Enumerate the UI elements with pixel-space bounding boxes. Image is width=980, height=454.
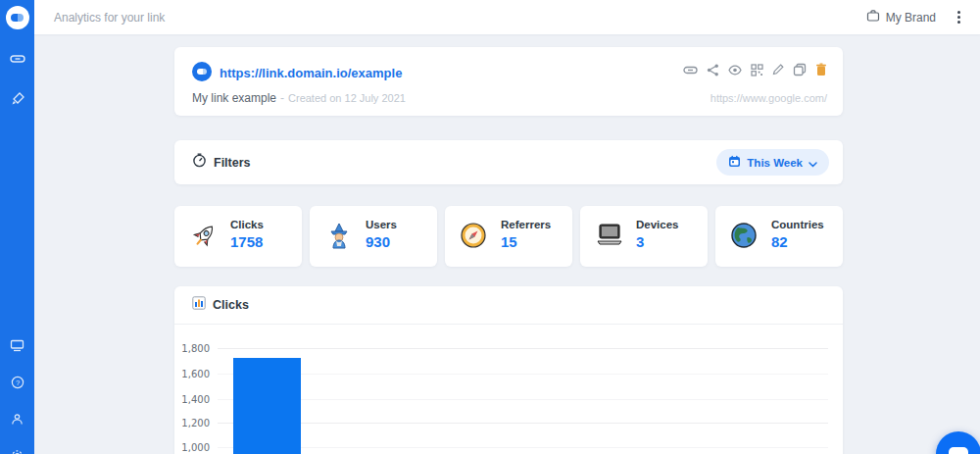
top-bar: Analytics for your link My Brand [34, 0, 980, 34]
separator: - [280, 91, 284, 105]
stat-value: 15 [501, 233, 551, 250]
clicks-bar [233, 358, 301, 454]
laptop-icon [595, 222, 624, 251]
sidebar: ? [0, 34, 34, 454]
date-range-dropdown[interactable]: This Week [716, 149, 829, 176]
stat-card-referrers: Referrers 15 [445, 206, 572, 267]
filters-title: Filters [214, 156, 251, 170]
delete-trash-icon[interactable] [815, 63, 827, 76]
user-icon [11, 413, 24, 426]
link-favicon [192, 62, 212, 81]
chart-title: Clicks [213, 298, 249, 312]
sidebar-item-appearance[interactable] [0, 88, 34, 110]
stat-label: Devices [636, 219, 678, 230]
stat-label: Referrers [501, 219, 551, 230]
help-icon: ? [11, 376, 24, 389]
link-actions [683, 63, 827, 76]
logo-link-icon [6, 6, 29, 29]
link-icon [10, 53, 25, 65]
clicks-bar-chart: 1,800 1,600 1,400 1,200 1,000 [174, 325, 843, 454]
y-axis-tick: 1,800 [174, 343, 210, 354]
paint-brush-icon [11, 92, 24, 106]
destination-url: https://www.google.com/ [710, 92, 827, 104]
short-link-url[interactable]: https://link.domain.io/example [220, 66, 402, 80]
filter-dial-icon [192, 153, 207, 172]
chat-bubble-icon [949, 447, 968, 454]
overflow-menu-button[interactable] [952, 8, 966, 26]
sidebar-item-links[interactable] [0, 48, 34, 70]
stat-value: 1758 [230, 233, 264, 250]
clicks-chart-card: Clicks 1,800 1,600 1,400 1,200 1,000 [174, 286, 843, 454]
y-axis-tick: 1,600 [174, 369, 210, 379]
copy-link-icon[interactable] [683, 65, 698, 76]
y-axis-tick: 1,400 [174, 394, 210, 405]
filters-card: Filters This Week [174, 140, 843, 184]
stat-value: 82 [771, 233, 824, 250]
qr-code-icon[interactable] [751, 64, 763, 76]
stat-label: Clicks [230, 219, 264, 230]
stat-card-countries: Countries 82 [715, 206, 843, 267]
stat-label: Users [366, 219, 397, 230]
calendar-icon [728, 154, 741, 172]
stat-card-users: Users 930 [310, 206, 437, 267]
sidebar-item-settings[interactable] [0, 444, 34, 454]
my-brand-button[interactable]: My Brand [866, 9, 936, 25]
app-screen: Analytics for your link My Brand ? [0, 0, 980, 454]
svg-text:?: ? [15, 378, 19, 387]
monitor-icon [10, 339, 24, 352]
y-axis-tick: 1,000 [174, 442, 210, 453]
stat-label: Countries [771, 219, 824, 230]
duplicate-copy-icon[interactable] [793, 63, 807, 76]
wizard-icon [324, 222, 354, 255]
stat-value: 930 [366, 233, 397, 250]
chevron-down-icon [808, 154, 817, 172]
sidebar-item-devices[interactable] [0, 334, 34, 356]
compass-icon [460, 222, 487, 253]
date-range-value: This Week [747, 157, 803, 169]
share-icon[interactable] [707, 64, 719, 76]
chat-widget-button[interactable] [936, 431, 980, 454]
y-axis-tick: 1,200 [174, 418, 210, 429]
stat-card-devices: Devices 3 [580, 206, 708, 267]
sidebar-item-account[interactable] [0, 408, 34, 429]
link-created-date: Created on 12 July 2021 [288, 92, 406, 104]
stat-card-clicks: Clicks 1758 [174, 206, 302, 267]
rocket-icon [189, 222, 219, 255]
link-card: https://link.domain.io/example My link e… [174, 47, 843, 116]
bar-chart-icon [192, 296, 206, 314]
edit-pencil-icon[interactable] [772, 64, 784, 76]
stat-value: 3 [636, 233, 678, 250]
my-brand-label: My Brand [886, 11, 936, 25]
preview-eye-icon[interactable] [728, 65, 742, 76]
sidebar-item-help[interactable]: ? [0, 372, 34, 393]
app-logo[interactable] [0, 0, 34, 34]
page-title: Analytics for your link [54, 11, 165, 25]
gear-icon [11, 449, 24, 454]
link-name: My link example [192, 91, 276, 105]
briefcase-icon [866, 9, 880, 25]
globe-icon [730, 222, 758, 253]
